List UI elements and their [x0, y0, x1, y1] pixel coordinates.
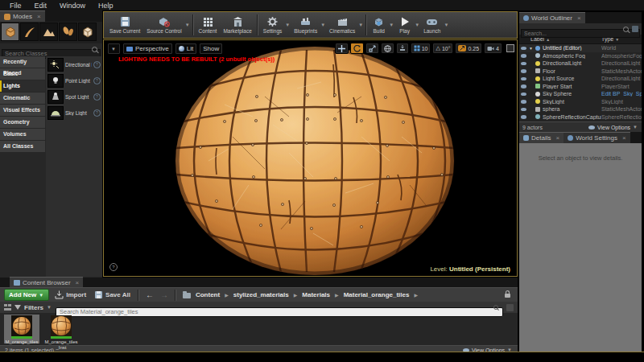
close-icon[interactable]: ×: [555, 134, 559, 142]
visibility-eye-icon[interactable]: [521, 115, 526, 119]
visibility-eye-icon[interactable]: [521, 100, 526, 104]
visibility-eye-icon[interactable]: [521, 47, 526, 51]
breadcrumb-content[interactable]: Content: [196, 291, 220, 298]
asset-m-orange-tiles[interactable]: M_orange_tiles: [4, 315, 39, 343]
mode-landscape-button[interactable]: [39, 23, 58, 41]
filter-funnel-icon[interactable]: [14, 305, 21, 310]
placeable-spot-light[interactable]: Spot Light ?: [46, 88, 102, 105]
lit-mode-button[interactable]: Lit: [175, 43, 197, 55]
camera-speed-button[interactable]: 4: [484, 43, 502, 54]
outliner-row-atmospheric-fog[interactable]: Atmospheric Fog AtmosphericFog: [519, 52, 642, 60]
outliner-view-options-button[interactable]: View Options ▼: [588, 125, 638, 130]
translate-tool-button[interactable]: [335, 43, 349, 54]
mode-place-button[interactable]: [1, 23, 19, 41]
menu-help[interactable]: Help: [92, 2, 120, 10]
blueprints-button[interactable]: Blueprints: [291, 12, 320, 38]
cinematics-button[interactable]: Cinematics: [326, 12, 358, 38]
filters-label[interactable]: Filters: [24, 304, 43, 311]
outliner-row-directionallight[interactable]: DirectionalLight DirectionalLight: [519, 60, 642, 68]
placeable-directional-light[interactable]: Directional Light ?: [46, 56, 102, 72]
category-lights[interactable]: Lights: [0, 80, 45, 92]
breadcrumb-materials[interactable]: Materials: [302, 291, 330, 298]
grid-snap-button[interactable]: 10: [411, 43, 431, 54]
chevron-down-icon[interactable]: ▼: [320, 23, 325, 27]
view-mode-icon[interactable]: [4, 304, 11, 311]
category-geometry[interactable]: Geometry: [0, 117, 45, 128]
launch-button[interactable]: Launch: [420, 12, 444, 38]
category-basic[interactable]: Basic: [0, 68, 45, 80]
visibility-eye-icon[interactable]: [521, 69, 526, 73]
outliner-row-light-source[interactable]: Light Source DirectionalLight: [519, 75, 642, 83]
category-volumes[interactable]: Volumes: [0, 129, 45, 140]
expand-caret-icon[interactable]: ▼: [529, 46, 535, 51]
perspective-button[interactable]: Perspective: [122, 43, 173, 55]
back-arrow-button[interactable]: ←: [144, 290, 155, 299]
chevron-down-icon[interactable]: ▼: [444, 23, 448, 27]
category-all-classes[interactable]: All Classes: [0, 141, 45, 152]
save-current-button[interactable]: Save Current: [106, 12, 143, 38]
rotation-snap-button[interactable]: △10°: [432, 43, 453, 54]
asset-search-input[interactable]: [56, 307, 503, 317]
menu-window[interactable]: Window: [53, 2, 92, 10]
menu-edit[interactable]: Edit: [28, 2, 54, 10]
outliner-row-sphera[interactable]: sphera StaticMeshActor: [519, 105, 642, 113]
viewport-options-dropdown[interactable]: ▼: [107, 43, 121, 55]
show-button[interactable]: Show: [199, 43, 223, 55]
tab-details[interactable]: Details ×: [519, 132, 564, 143]
lock-icon[interactable]: [505, 294, 510, 298]
outliner-row-floor[interactable]: Floor StaticMeshActor: [519, 68, 642, 76]
chevron-down-icon[interactable]: ▼: [47, 305, 52, 310]
visibility-eye-icon[interactable]: [521, 84, 526, 88]
help-circle-icon[interactable]: ?: [93, 109, 101, 117]
import-button[interactable]: Import: [52, 290, 89, 299]
mode-geometry-button[interactable]: [78, 23, 97, 41]
outliner-row-sky-sphere[interactable]: Sky Sphere Edit BP_Sky_Sph: [519, 90, 642, 98]
visibility-eye-icon[interactable]: [521, 93, 526, 97]
chevron-down-icon[interactable]: ▼: [415, 23, 419, 27]
outliner-row-sphere-reflection-capture[interactable]: SphereReflectionCapture SphereReflection…: [519, 113, 642, 121]
category-visual-effects[interactable]: Visual Effects: [0, 105, 45, 116]
outliner-row-world[interactable]: ▼ Untitled (Editor) World: [519, 44, 642, 52]
close-icon[interactable]: ×: [577, 14, 581, 22]
rotate-tool-button[interactable]: [350, 43, 364, 54]
forward-arrow-button[interactable]: →: [159, 290, 170, 299]
scale-tool-button[interactable]: [365, 43, 379, 54]
placeable-sky-light[interactable]: Sky Light ?: [46, 105, 102, 121]
mode-foliage-button[interactable]: [59, 23, 77, 41]
tab-modes[interactable]: Modes ×: [0, 10, 45, 22]
save-all-button[interactable]: Save All: [92, 290, 133, 299]
outliner-row-skylight[interactable]: SkyLight SkyLight: [519, 98, 642, 106]
placeable-point-light[interactable]: Point Light ?: [46, 72, 102, 88]
visibility-eye-icon[interactable]: [521, 77, 526, 81]
add-new-button[interactable]: Add New ▼: [4, 289, 49, 301]
chevron-down-icon[interactable]: ▼: [389, 23, 394, 27]
edit-blueprint-link[interactable]: Edit BP_Sky_Sph: [601, 91, 642, 97]
tab-world-settings[interactable]: World Settings ×: [564, 132, 630, 143]
filter-icon[interactable]: [632, 26, 638, 32]
help-circle-icon[interactable]: ?: [93, 93, 101, 101]
category-cinematic[interactable]: Cinematic: [0, 93, 45, 104]
play-button[interactable]: Play: [394, 12, 415, 38]
chevron-down-icon[interactable]: ▼: [358, 23, 363, 27]
scale-snap-button[interactable]: 0.25: [455, 43, 482, 54]
world-local-toggle-button[interactable]: [381, 43, 394, 54]
marketplace-button[interactable]: Marketplace: [220, 12, 254, 38]
mode-paint-button[interactable]: [20, 23, 39, 41]
menu-file[interactable]: File: [3, 2, 28, 10]
maximize-viewport-icon[interactable]: [506, 44, 514, 52]
asset-m-orange-tiles-inst[interactable]: M_orange_tiles_Inst: [43, 315, 79, 343]
chevron-down-icon[interactable]: ▼: [285, 23, 290, 27]
breadcrumb-stylized-materials[interactable]: stylized_materials: [233, 291, 289, 298]
surface-snap-button[interactable]: [396, 43, 409, 54]
viewport-help-icon[interactable]: ?: [109, 263, 118, 271]
content-button[interactable]: Content: [196, 12, 221, 38]
save-search-icon[interactable]: [506, 304, 514, 311]
build-button[interactable]: Build: [369, 12, 389, 38]
visibility-eye-icon[interactable]: [521, 54, 526, 58]
chevron-down-icon[interactable]: ▼: [185, 23, 190, 27]
visibility-eye-icon[interactable]: [521, 62, 526, 66]
breadcrumb-material-orange-tiles[interactable]: Material_orange_tiles: [344, 291, 410, 298]
category-recently-placed[interactable]: Recently Placed: [0, 56, 45, 68]
close-icon[interactable]: ×: [37, 13, 41, 20]
source-control-button[interactable]: Source Control: [143, 12, 184, 38]
